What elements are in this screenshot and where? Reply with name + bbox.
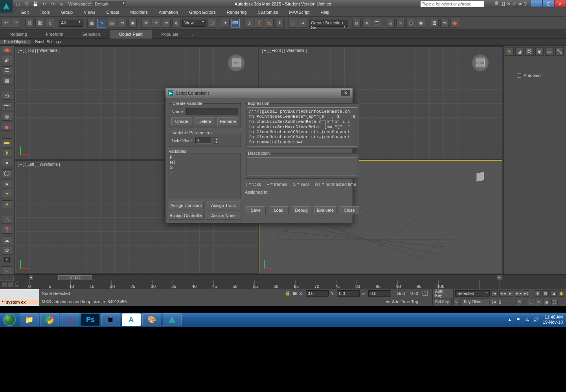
evaluate-button[interactable]: Evaluate <box>314 206 336 214</box>
filter-dropdown[interactable]: All <box>59 20 83 27</box>
move-button[interactable]: ✥ <box>142 19 150 27</box>
fov-button[interactable]: ◢ <box>550 290 557 297</box>
prev-key-button[interactable]: ◄◄ <box>499 290 505 297</box>
load-button[interactable]: Load <box>269 206 289 214</box>
hierarchy-panel-icon[interactable]: ⛓ <box>525 47 534 56</box>
clock[interactable]: 11:40 AM 19-Nov-18 <box>543 315 563 325</box>
trackbar-toggle[interactable] <box>0 275 14 281</box>
assign-constant-button[interactable]: Assign Constant <box>169 201 204 209</box>
undo-button[interactable]: ↶ <box>2 19 10 27</box>
maximize-button[interactable]: ▢ <box>542 0 554 7</box>
keyboard-shortcut-button[interactable]: ⌨ <box>231 19 240 27</box>
menu-modifiers[interactable]: Modifiers <box>125 8 153 16</box>
key-type-dropdown[interactable]: Selected <box>455 290 490 297</box>
spin-up[interactable]: ▲ <box>214 137 219 141</box>
debug-button[interactable]: Debug <box>292 206 311 214</box>
expand-sidebar-button[interactable]: ▸ <box>4 257 10 262</box>
menu-rendering[interactable]: Rendering <box>221 8 252 16</box>
var-f[interactable]: F <box>170 155 240 160</box>
time-slider-track[interactable]: 0 / 100 <box>35 275 496 280</box>
calc-taskbar-icon[interactable]: 🖩 <box>101 313 120 326</box>
prev-frame-button[interactable]: ◄ <box>28 275 34 280</box>
tab-modeling[interactable]: Modeling <box>0 30 37 38</box>
var-s[interactable]: S <box>170 165 240 170</box>
shutter-icon[interactable]: ◎ <box>2 113 12 121</box>
explorer-taskbar-icon[interactable]: 📁 <box>20 313 39 326</box>
menu-edit[interactable]: Edit <box>16 8 34 16</box>
app-logo[interactable] <box>0 0 13 13</box>
curve-editor-button[interactable]: ∿ <box>396 19 405 27</box>
trackbar-icon-3[interactable]: HF <box>14 282 20 288</box>
subtab-paint-objects[interactable]: Paint Objects <box>0 40 31 44</box>
menu-views[interactable]: Views <box>78 8 101 16</box>
open-icon[interactable]: ⎘ <box>24 1 30 7</box>
schematic-button[interactable]: ⊞ <box>406 19 415 27</box>
rotate-icon[interactable]: ⟲ <box>2 92 12 100</box>
zoom-ext-button[interactable]: ⊕ <box>535 290 541 297</box>
max-viewport-button[interactable]: ⛶ <box>551 299 558 305</box>
mirror-button[interactable]: ⎅ <box>352 19 361 27</box>
align-button[interactable]: ≡ <box>362 19 371 27</box>
assign-track-button[interactable]: Assign Track <box>206 201 241 209</box>
modify-panel-icon[interactable]: ◢ <box>515 47 524 56</box>
variable-name-input[interactable] <box>186 108 238 115</box>
teapot-icon[interactable]: 🫖 <box>2 46 12 53</box>
particles-icon[interactable]: ∴ <box>2 216 12 223</box>
arc-button[interactable]: ᴀ <box>299 19 307 27</box>
pan-button[interactable]: ✋ <box>558 290 564 297</box>
tab-freeform[interactable]: Freeform <box>37 30 73 38</box>
description-textarea[interactable] <box>247 157 357 176</box>
next-frame-button[interactable]: ► <box>497 275 502 280</box>
dialog-close-button[interactable]: ✕ <box>341 90 350 96</box>
placement-button[interactable]: ⊕ <box>172 19 181 27</box>
render-setup-button[interactable]: 🖼 <box>430 19 439 27</box>
maxscript-listener[interactable]: ** system ex <box>0 289 39 306</box>
viewcube-front[interactable]: FRONT <box>471 54 489 72</box>
rendered-frame-button[interactable]: ▭ <box>440 19 449 27</box>
add-time-tag[interactable]: Add Time Tag <box>392 299 418 304</box>
chrome-taskbar-icon[interactable] <box>40 313 59 326</box>
goto-end-button[interactable]: ►| <box>523 290 529 297</box>
cloud-icon[interactable]: ☁ <box>2 236 12 244</box>
cone-icon[interactable]: ▲ <box>2 180 12 187</box>
trackbar-icon-1[interactable] <box>2 282 7 288</box>
workspace-dropdown[interactable]: Default <box>93 1 126 7</box>
render-button[interactable]: 🫖 <box>450 19 459 27</box>
close-dialog-button[interactable]: Close <box>340 206 359 214</box>
grid-icon[interactable]: ▦ <box>2 77 12 84</box>
create-button[interactable]: Create <box>171 117 192 125</box>
viewport-label-left[interactable]: [ + ] [ Left ] [ Wireframe ] <box>18 162 60 167</box>
assign-node-button[interactable]: Assign Node <box>206 212 241 220</box>
rename-button[interactable]: Rename <box>217 117 238 125</box>
menu-maxscript[interactable]: MAXScript <box>284 8 315 16</box>
save-icon[interactable]: 💾 <box>32 1 39 7</box>
start-button[interactable] <box>0 313 19 327</box>
binoculars-icon[interactable]: 🔎 <box>493 1 499 7</box>
help-icon[interactable]: ? <box>524 1 527 7</box>
select-button[interactable]: ↖ <box>97 19 106 27</box>
play-button[interactable]: ► <box>507 290 513 297</box>
menu-tools[interactable]: Tools <box>34 8 55 16</box>
sun-icon[interactable]: ☀ <box>2 190 12 198</box>
spinner-snap-button[interactable]: ⬍ <box>275 19 284 27</box>
menu-animation[interactable]: Animation <box>153 8 184 16</box>
menu-graph-editors[interactable]: Graph Editors <box>184 8 221 16</box>
snap-3-button[interactable]: 3 <box>244 19 253 27</box>
dialog-titlebar[interactable]: ▶ Script Controller : ✕ <box>165 88 353 98</box>
minimize-button[interactable]: — <box>531 0 542 7</box>
brush-icon[interactable]: 🖌 <box>2 56 12 64</box>
keymode-icon[interactable]: ∿ <box>453 299 459 305</box>
zoom-all-button[interactable]: ⊡ <box>542 290 549 297</box>
bind-button[interactable]: ⎌ <box>46 19 54 27</box>
utilities-panel-icon[interactable]: 🔧 <box>555 47 564 56</box>
sphere2-icon[interactable]: ● <box>2 200 12 208</box>
variables-list[interactable]: F NT S T <box>169 154 241 199</box>
timetag-icon[interactable]: ▭ <box>386 299 390 304</box>
torus-icon[interactable]: ◯ <box>2 169 12 177</box>
viewport-label-top[interactable]: [ + ] [ Top ] [ Wireframe ] <box>18 48 60 53</box>
grass-icon[interactable]: ψ <box>2 266 12 274</box>
menu-customize[interactable]: Customize <box>252 8 284 16</box>
trackbar-ruler[interactable]: 0510 152025 303540 455055 606570 758085 … <box>28 280 503 289</box>
goto-start-button[interactable]: |◄ <box>491 290 498 297</box>
redo-button[interactable]: ↷ <box>12 19 20 27</box>
